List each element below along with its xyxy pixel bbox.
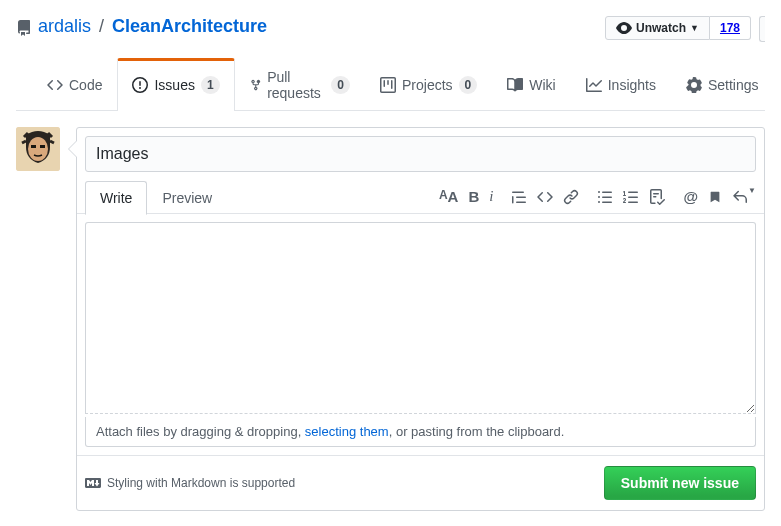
svg-rect-2 [31,145,36,148]
code-icon[interactable] [537,189,553,205]
preview-tab[interactable]: Preview [147,181,227,215]
graph-icon [586,77,602,93]
mention-icon[interactable]: @ [683,188,698,205]
write-tab[interactable]: Write [85,181,147,215]
markdown-help[interactable]: Styling with Markdown is supported [85,475,295,491]
issue-body-textarea[interactable] [85,222,756,414]
svg-point-1 [28,137,48,161]
tab-insights-label: Insights [608,77,656,93]
submit-issue-button[interactable]: Submit new issue [604,466,756,500]
watch-control: Unwatch ▼ 178 [605,16,751,40]
reply-icon[interactable]: ▼ [732,189,756,205]
tab-projects-label: Projects [402,77,453,93]
breadcrumb-separator: / [99,16,104,37]
unwatch-label: Unwatch [636,21,686,35]
code-icon [47,77,63,93]
tab-wiki[interactable]: Wiki [492,58,570,111]
list-unordered-icon[interactable] [597,189,613,205]
unwatch-button[interactable]: Unwatch ▼ [605,16,710,40]
caret-down-icon: ▼ [690,23,699,33]
select-files-link[interactable]: selecting them [305,424,389,439]
issue-composer: Write Preview AA B i [76,127,765,511]
tab-code-label: Code [69,77,102,93]
book-icon [507,77,523,93]
issues-count: 1 [201,76,220,94]
reference-icon[interactable] [708,189,722,205]
eye-icon [616,20,632,36]
breadcrumb: ardalis / CleanArchitecture [16,16,267,37]
tab-wiki-label: Wiki [529,77,555,93]
link-icon[interactable] [563,189,579,205]
pull-request-icon [250,77,262,93]
tab-insights[interactable]: Insights [571,58,671,111]
bold-icon[interactable]: B [468,188,479,205]
repo-owner-link[interactable]: ardalis [38,16,91,37]
tab-pulls-label: Pull requests [267,69,325,101]
repo-icon [16,16,32,37]
list-ordered-icon[interactable] [623,189,639,205]
project-icon [380,77,396,93]
italic-icon[interactable]: i [489,188,493,205]
tab-settings[interactable]: Settings [671,58,774,111]
projects-count: 0 [459,76,478,94]
issue-icon [132,77,148,93]
tab-issues[interactable]: Issues 1 [117,58,234,111]
markdown-icon [85,475,101,491]
tab-pulls[interactable]: Pull requests 0 [235,58,365,111]
tab-settings-label: Settings [708,77,759,93]
watchers-count[interactable]: 178 [710,16,751,40]
pulls-count: 0 [331,76,350,94]
issue-title-input[interactable] [85,136,756,172]
markdown-toolbar: AA B i @ [439,188,756,205]
repo-tabs: Code Issues 1 Pull requests 0 Projects 0… [16,57,765,111]
heading-icon[interactable]: AA [439,188,459,205]
gear-icon [686,77,702,93]
svg-rect-3 [40,145,45,148]
avatar[interactable] [16,127,60,171]
quote-icon[interactable] [511,189,527,205]
tab-projects[interactable]: Projects 0 [365,58,492,111]
clipped-control [759,16,765,42]
tab-issues-label: Issues [154,77,194,93]
repo-name-link[interactable]: CleanArchitecture [112,16,267,37]
tab-code[interactable]: Code [32,58,117,111]
attach-hint[interactable]: Attach files by dragging & dropping, sel… [85,417,756,447]
tasklist-icon[interactable] [649,189,665,205]
